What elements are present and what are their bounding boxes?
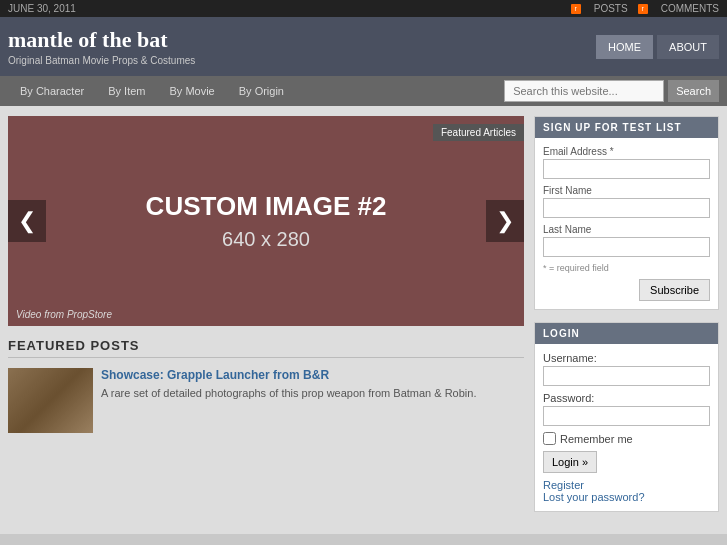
top-bar: JUNE 30, 2011 r POSTS r COMMENTS [0,0,727,17]
comments-link[interactable]: COMMENTS [661,3,719,14]
featured-posts: FEATURED POSTS Showcase: Grapple Launche… [8,338,524,433]
password-label: Password: [543,392,710,404]
post-thumbnail [8,368,93,433]
rss-icon-2: r [638,4,648,14]
slider-prev-button[interactable]: ❮ [8,200,46,242]
search-input[interactable] [504,80,664,102]
newsletter-body: Email Address * First Name Last Name * =… [535,138,718,309]
username-input[interactable] [543,366,710,386]
nav-by-character[interactable]: By Character [8,76,96,106]
remember-row: Remember me [543,432,710,445]
newsletter-widget: SIGN UP FOR TEST LIST Email Address * Fi… [534,116,719,310]
remember-label: Remember me [560,433,633,445]
nav-bar: By Character By Item By Movie By Origin … [0,76,727,106]
home-button[interactable]: HOME [596,35,653,59]
posts-link[interactable]: POSTS [594,3,628,14]
site-branding: mantle of the bat Original Batman Movie … [8,27,195,66]
subscribe-button[interactable]: Subscribe [639,279,710,301]
search-button[interactable]: Search [668,80,719,102]
post-title-link[interactable]: Showcase: Grapple Launcher from B&R [101,368,524,382]
newsletter-header: SIGN UP FOR TEST LIST [535,117,718,138]
password-input[interactable] [543,406,710,426]
username-label: Username: [543,352,710,364]
login-header: LOGIN [535,323,718,344]
register-link[interactable]: Register [543,479,710,491]
content-column: ❮ CUSTOM IMAGE #2 640 x 280 ❯ Featured A… [8,116,524,524]
lastname-label: Last Name [543,224,710,235]
slider-next-button[interactable]: ❯ [486,200,524,242]
slider-subtitle: 640 x 280 [222,228,310,251]
firstname-input[interactable] [543,198,710,218]
site-title: mantle of the bat [8,27,195,53]
lastname-input[interactable] [543,237,710,257]
rss-icon: r [571,4,581,14]
top-links: r POSTS r COMMENTS [571,3,719,14]
featured-posts-title: FEATURED POSTS [8,338,524,358]
header: mantle of the bat Original Batman Movie … [0,17,727,76]
post-list: Showcase: Grapple Launcher from B&R A ra… [8,368,524,433]
nav-by-origin[interactable]: By Origin [227,76,296,106]
featured-badge: Featured Articles [433,124,524,141]
nav-by-item[interactable]: By Item [96,76,157,106]
slider-content: CUSTOM IMAGE #2 640 x 280 [8,116,524,326]
firstname-label: First Name [543,185,710,196]
login-links: Register Lost your password? [543,479,710,503]
date-label: JUNE 30, 2011 [8,3,76,14]
required-note: * = required field [543,263,710,273]
remember-checkbox[interactable] [543,432,556,445]
email-input[interactable] [543,159,710,179]
post-excerpt: A rare set of detailed photographs of th… [101,386,524,401]
post-content: Showcase: Grapple Launcher from B&R A ra… [101,368,524,433]
sidebar: SIGN UP FOR TEST LIST Email Address * Fi… [534,116,719,524]
login-body: Username: Password: Remember me Login » … [535,344,718,511]
lost-password-link[interactable]: Lost your password? [543,491,710,503]
login-button[interactable]: Login » [543,451,597,473]
header-nav: HOME ABOUT [596,35,719,59]
list-item: Showcase: Grapple Launcher from B&R A ra… [8,368,524,433]
nav-by-movie[interactable]: By Movie [158,76,227,106]
slider-title: CUSTOM IMAGE #2 [146,191,387,222]
post-thumbnail-image [8,368,93,433]
slider-caption: Video from PropStore [16,309,112,320]
slider: ❮ CUSTOM IMAGE #2 640 x 280 ❯ Featured A… [8,116,524,326]
login-widget: LOGIN Username: Password: Remember me Lo… [534,322,719,512]
search-area: Search [504,80,719,102]
nav-links: By Character By Item By Movie By Origin [8,76,296,106]
main-wrapper: ❮ CUSTOM IMAGE #2 640 x 280 ❯ Featured A… [0,106,727,534]
about-button[interactable]: ABOUT [657,35,719,59]
email-label: Email Address * [543,146,710,157]
site-tagline: Original Batman Movie Props & Costumes [8,55,195,66]
